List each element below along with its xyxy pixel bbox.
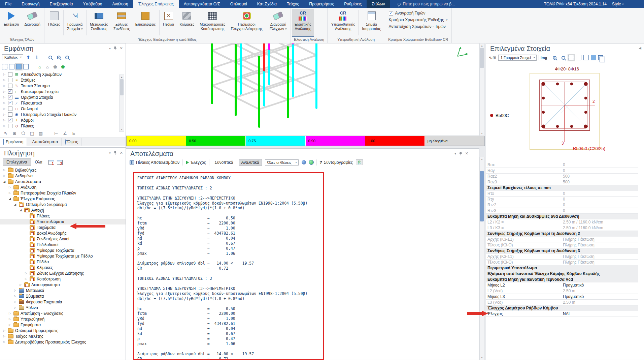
nav-tree-item-16[interactable]: Πέδιλα bbox=[0, 259, 126, 265]
scroll-down-icon[interactable]: ▼ bbox=[121, 127, 123, 131]
menu-item-11[interactable]: Ρυθμίσεις bbox=[339, 0, 367, 8]
expander-icon[interactable]: ▷ bbox=[3, 174, 6, 177]
expander-icon[interactable]: ▷ bbox=[9, 312, 12, 315]
check-report-text[interactable]: ΕΛΕΓΧΟΣ ΔΙΑΜΕΤΡΟΥ ΔΙΑΜΗΚΩΝ ΡΑΒΔΩΝ ΚΟΜΒΟΥ… bbox=[137, 176, 320, 360]
property-row[interactable]: Τέλους (Κ3-Θ)Πλήρης Πάκτωση bbox=[486, 260, 638, 265]
menu-item-7[interactable]: Οπλισμοί bbox=[225, 0, 252, 8]
chevron-down-icon[interactable]: ▾ bbox=[454, 152, 456, 155]
zoom-extents-icon[interactable] bbox=[55, 54, 62, 61]
show-frame-icon[interactable]: ⌂ bbox=[37, 64, 43, 70]
display-tree-item-9[interactable]: ▷ ◇ Πλάκες bbox=[0, 123, 126, 129]
close-icon[interactable]: ✕ bbox=[120, 46, 123, 51]
menu-item-12[interactable]: Στύλων bbox=[367, 0, 390, 8]
nav-tree-item-6[interactable]: ◢ Οπλισμένο Σκυρόδεμα bbox=[0, 202, 126, 207]
property-row[interactable]: L2 (Vcd)2.50 m bbox=[486, 288, 638, 294]
expander-icon[interactable]: ▷ bbox=[25, 272, 28, 275]
select-window-icon[interactable]: ⊞ bbox=[11, 130, 18, 137]
nav-tree-item-4[interactable]: ▷ Πεπερασμένα Στοιχεία Πλακών bbox=[0, 190, 126, 196]
ribbon-button-1-9[interactable]: Κλίμακες bbox=[177, 9, 197, 37]
nav-tree-item-21[interactable]: ▷ Μεταλλικά bbox=[0, 288, 126, 293]
checkbox-icon[interactable] bbox=[8, 95, 12, 99]
nav-tree-item-17[interactable]: Κλίμακες bbox=[0, 265, 126, 270]
checkbox-icon[interactable] bbox=[8, 107, 12, 111]
expander-icon[interactable]: ◢ bbox=[14, 203, 17, 206]
chevron-down-icon[interactable]: ▾ bbox=[109, 151, 111, 155]
property-row[interactable]: Rτx0 bbox=[486, 191, 638, 197]
property-section[interactable]: Συνθήκες Στήριξης Κόμβων περί τη Διεύθυν… bbox=[486, 231, 638, 237]
pin-icon[interactable] bbox=[114, 47, 117, 50]
checkbox-icon[interactable] bbox=[8, 112, 12, 117]
nav-tree-item-24[interactable]: ▷ Ξύλινα bbox=[0, 305, 126, 310]
expander-icon[interactable]: ▷ bbox=[20, 283, 23, 286]
ribbon-button-3-0[interactable]: CR ΥπερωθητικήςΑνάλυσης bbox=[329, 9, 358, 37]
ribbon-option-4-0[interactable]: Αναγραφή Τιμών bbox=[389, 11, 448, 16]
result-table-1-icon[interactable]: 1 bbox=[48, 160, 54, 165]
ribbon-option-4-2[interactable]: Αντιστοίχιση Χρωμάτων - Τιμών bbox=[389, 24, 448, 29]
nav-tree-item-0[interactable]: ▷ Βιβλιοθήκες bbox=[0, 167, 126, 173]
scroll-up-icon[interactable]: ▲ bbox=[121, 75, 123, 79]
expander-icon[interactable]: ▷ bbox=[3, 169, 6, 172]
menu-item-6[interactable]: Λειτουργικότητα Ο/Σ bbox=[179, 0, 225, 8]
display-tree-item-6[interactable]: ▷ □ Οπλισμοί bbox=[0, 106, 126, 112]
checkbox-icon[interactable] bbox=[8, 84, 12, 88]
expander-icon[interactable]: ▷ bbox=[3, 90, 6, 93]
solid-view-icon[interactable] bbox=[591, 55, 596, 60]
property-row[interactable]: Μήκος L3Πραγματικό bbox=[486, 294, 638, 300]
expander-icon[interactable]: ▷ bbox=[3, 73, 6, 76]
display-tree-item-7[interactable]: ▷ ◉ Πεπερασμένα Στοιχεία Πλακών bbox=[0, 112, 126, 117]
ribbon-button-2-0[interactable]: CR ΕλαστικήςΑνάλυσης bbox=[292, 9, 314, 37]
wireframe-view-icon[interactable] bbox=[569, 55, 574, 60]
nav-tree-item-27[interactable]: ▷ Γραφήματα bbox=[0, 322, 126, 328]
expander-icon[interactable]: ▷ bbox=[9, 318, 12, 321]
property-row[interactable]: Rτz30 bbox=[486, 208, 638, 214]
expander-icon[interactable]: ▷ bbox=[3, 335, 6, 338]
expander-icon[interactable]: ▷ bbox=[3, 96, 6, 99]
property-row[interactable]: L3 (Vcd)2.50 m bbox=[486, 300, 638, 305]
ribbon-button-1-11[interactable]: ΠερίμετροιΕλέγχου Διάτρησης bbox=[228, 9, 265, 37]
menu-item-2[interactable]: Επεξεργασία bbox=[44, 0, 78, 8]
nav-tree-item-8[interactable]: Πλάκες bbox=[0, 213, 126, 219]
expander-icon[interactable]: ◢ bbox=[3, 180, 6, 183]
nav-tree-item-12[interactable]: Συνδετήριες Δοκοί bbox=[0, 236, 126, 242]
expander-icon[interactable]: ▷ bbox=[3, 124, 6, 127]
zoom-window-icon[interactable] bbox=[47, 54, 54, 61]
display-tree-item-0[interactable]: ▷ ▦ Απεικόνιση Χρωμάτων bbox=[0, 71, 126, 77]
property-row[interactable]: L3 / K3 =2.50 m / 1160.0 kN/cm bbox=[486, 225, 638, 231]
results-scrollbar[interactable]: ▲ ▼ bbox=[479, 157, 484, 360]
nav-tree-item-7[interactable]: ◢ Αντοχή bbox=[0, 207, 126, 213]
ribbon-button-1-8[interactable]: Πεδίλα bbox=[160, 9, 177, 37]
checkbox-icon[interactable] bbox=[8, 118, 12, 122]
ribbon-button-0-1[interactable]: Διαγραφή bbox=[22, 9, 43, 37]
property-row[interactable]: Rτz20 bbox=[486, 202, 638, 208]
expander-icon[interactable]: ◢ bbox=[20, 209, 23, 212]
expander-icon[interactable]: ▷ bbox=[3, 107, 6, 110]
property-row[interactable]: Αρχής (Κ3-Σ1)Πλήρης Πάκτωση bbox=[486, 237, 638, 242]
ribbon-button-1-6[interactable]: Επικαλύψεις bbox=[133, 9, 159, 37]
property-row[interactable]: ΈλεγχοςΝΑΙ bbox=[486, 311, 638, 317]
nav-tree-item-15[interactable]: Υψίκορμα Τοιχώματα με Πέδιλο bbox=[0, 253, 126, 259]
ribbon-button-1-10[interactable]: ΜακροπεριοχέςΚοιτόστρωσης bbox=[197, 9, 228, 37]
property-section[interactable]: Εύκαμπτα Μήκη και Δυσκαμψίες ανά Διεύθυν… bbox=[486, 214, 638, 219]
chevron-down-icon[interactable]: ▾ bbox=[109, 47, 111, 50]
nav-tree-item-28[interactable]: ▷ Οπλισμοί-Προμετρήσεις bbox=[0, 328, 126, 333]
menu-item-10[interactable]: Προμετρήσεις bbox=[304, 0, 339, 8]
checkbox-icon[interactable] bbox=[8, 89, 12, 94]
wireframe-view-icon[interactable] bbox=[2, 64, 7, 69]
nav-tree-item-26[interactable]: ▷ Υπερωθητική bbox=[0, 316, 126, 322]
show-solid-model-icon[interactable]: ⬟ bbox=[60, 64, 66, 70]
menu-item-1[interactable]: Εισαγωγή bbox=[16, 0, 44, 8]
positions-dropdown[interactable]: Όλες οι Θέσεις bbox=[265, 159, 299, 166]
checkbox-icon[interactable] bbox=[8, 101, 12, 105]
display-tree-scrollbar[interactable]: ▲ ▼ bbox=[119, 74, 124, 132]
ribbon-button-1-2[interactable]: ΓραμμικάΣτοιχεία ˅ bbox=[64, 9, 86, 37]
property-row[interactable]: Rαz2500 bbox=[486, 174, 638, 179]
expander-icon[interactable]: ▷ bbox=[25, 277, 28, 280]
render-view-dropdown-icon[interactable] bbox=[23, 64, 29, 69]
scroll-down-icon[interactable]: ▼ bbox=[481, 355, 483, 360]
show-frame-outline-icon[interactable]: ⌂ bbox=[44, 64, 50, 70]
checkbox-icon[interactable] bbox=[8, 124, 12, 128]
zoom-previous-icon[interactable] bbox=[64, 54, 70, 61]
expander-icon[interactable]: ▷ bbox=[14, 306, 17, 309]
scroll-up-icon[interactable]: ▲ bbox=[481, 157, 483, 161]
refresh-icon[interactable] bbox=[309, 160, 313, 164]
